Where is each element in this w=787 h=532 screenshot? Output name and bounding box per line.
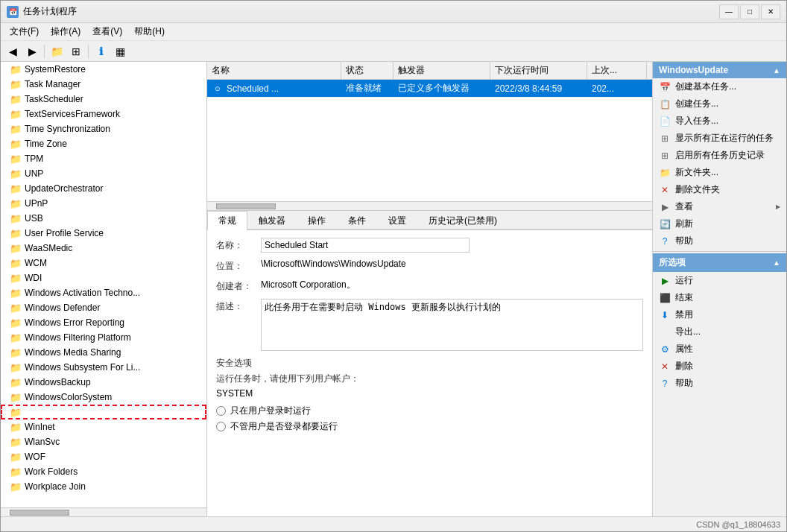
tree-item-waasmedic[interactable]: 📁WaaSMedic [1, 241, 206, 256]
tree-item-windowsbackup[interactable]: 📁WindowsBackup [1, 375, 206, 390]
radio-always[interactable] [216, 422, 226, 431]
tree-item-windowsdefender[interactable]: 📁Windows Defender [1, 300, 206, 315]
view2-button[interactable]: ▦ [111, 43, 129, 60]
minimize-button[interactable]: — [719, 4, 739, 19]
action-icon: 📄 [659, 115, 671, 127]
collapse-icon-2[interactable]: ▲ [773, 259, 780, 267]
radio-group: 只在用户登录时运行 不管用户是否登录都要运行 [216, 405, 643, 433]
menu-file[interactable]: 文件(F) [4, 24, 45, 39]
menu-bar: 文件(F) 操作(A) 查看(V) 帮助(H) [1, 23, 786, 41]
scroll-thumb[interactable] [10, 510, 69, 516]
tree-item-label: UNP [25, 168, 43, 179]
sub-action-item-禁用[interactable]: ⬇禁用 [653, 306, 786, 323]
back-button[interactable]: ◀ [4, 43, 22, 60]
center-panel: 名称 状态 触发器 下次运行时间 上次... ⊙ Scheduled ... 准… [207, 62, 652, 516]
folder-button[interactable]: 📁 [48, 43, 66, 60]
action-item-创建基本任务...[interactable]: 📅创建基本任务... [653, 78, 786, 95]
action-item-帮助[interactable]: ?帮助 [653, 232, 786, 250]
action-label: 刷新 [675, 218, 780, 230]
radio-always-label: 不管用户是否登录都要运行 [230, 420, 338, 433]
tree-item-timesynchronization[interactable]: 📁Time Synchronization [1, 121, 206, 136]
action-item-查看[interactable]: ▶查看▶ [653, 198, 786, 215]
tree-item-label: TaskScheduler [25, 94, 83, 104]
folder-icon: 📁 [10, 317, 22, 329]
horizontal-scrollbar[interactable] [1, 507, 206, 516]
task-list-hscroll[interactable] [207, 201, 652, 210]
action-item-刷新[interactable]: 🔄刷新 [653, 215, 786, 232]
table-row[interactable]: ⊙ Scheduled ... 准备就绪 已定义多个触发器 2022/3/8 8… [207, 80, 652, 98]
tree-item-wininet[interactable]: 📁WinInet [1, 419, 206, 434]
menu-help[interactable]: 帮助(H) [128, 24, 171, 39]
col-status[interactable]: 状态 [341, 62, 394, 79]
col-name[interactable]: 名称 [207, 62, 341, 79]
tree-item-timezone[interactable]: 📁Time Zone [1, 136, 206, 151]
sub-action-item-导出...[interactable]: 导出... [653, 323, 786, 341]
col-next-run[interactable]: 下次运行时间 [490, 62, 587, 79]
action-item-导入任务...[interactable]: 📄导入任务... [653, 113, 786, 130]
tree-item-wcm[interactable]: 📁WCM [1, 256, 206, 270]
name-input[interactable] [261, 238, 470, 253]
close-button[interactable]: ✕ [761, 4, 780, 19]
action-item-删除文件夹[interactable]: ✕删除文件夹 [653, 181, 786, 198]
sub-action-item-删除[interactable]: ✕删除 [653, 358, 786, 375]
col-trigger[interactable]: 触发器 [394, 62, 490, 79]
tab-general[interactable]: 常规 [207, 211, 247, 230]
action-item-显示所有正在运行的任务[interactable]: ⊞显示所有正在运行的任务 [653, 130, 786, 147]
tree-item-wdi[interactable]: 📁WDI [1, 270, 206, 285]
tree-item-unp[interactable]: 📁UNP [1, 166, 206, 181]
tree-item-windowscolorsystem[interactable]: 📁WindowsColorSystem [1, 390, 206, 405]
tab-settings[interactable]: 设置 [377, 211, 417, 230]
tree-item-windowssubsystemforli...[interactable]: 📁Windows Subsystem For Li... [1, 360, 206, 375]
tree-item-textservicesframework[interactable]: 📁TextServicesFramework [1, 107, 206, 121]
sub-action-item-帮助[interactable]: ?帮助 [653, 375, 786, 392]
location-value: \Microsoft\Windows\WindowsUpdate [261, 259, 643, 269]
collapse-icon[interactable]: ▲ [773, 66, 780, 75]
sub-action-label: 禁用 [675, 308, 780, 321]
tree-item-windowsactivationtechno...[interactable]: 📁Windows Activation Techno... [1, 285, 206, 300]
tree-item-taskscheduler[interactable]: 📁TaskScheduler [1, 92, 206, 107]
tree-item-windowsfilteringplatform[interactable]: 📁Windows Filtering Platform [1, 330, 206, 345]
task-list-scroll-thumb[interactable] [216, 203, 276, 209]
col-last-run[interactable]: 上次... [587, 62, 647, 79]
tree-item-tpm[interactable]: 📁TPM [1, 151, 206, 166]
tree-item-systemrestore[interactable]: 📁SystemRestore [1, 62, 206, 77]
task-name: ⊙ Scheduled ... [207, 82, 341, 95]
action-item-新文件夹...[interactable]: 📁新文件夹... [653, 164, 786, 181]
tree-item-upnp[interactable]: 📁UPnP [1, 196, 206, 211]
action-item-启用所有任务历史记录[interactable]: ⊞启用所有任务历史记录 [653, 147, 786, 164]
folder-icon: 📁 [10, 452, 22, 463]
tree-item-windowserrorreporting[interactable]: 📁Windows Error Reporting [1, 315, 206, 330]
forward-button[interactable]: ▶ [23, 43, 41, 60]
tree-item-userprofileservice[interactable]: 📁User Profile Service [1, 226, 206, 241]
tab-conditions[interactable]: 条件 [337, 211, 377, 230]
menu-view[interactable]: 查看(V) [86, 24, 128, 39]
tree-item-workplacejoin[interactable]: 📁Workplace Join [1, 479, 206, 494]
sub-action-label: 删除 [675, 360, 780, 373]
tree-item-windowsmediasharing[interactable]: 📁Windows Media Sharing [1, 345, 206, 360]
view1-button[interactable]: ⊞ [67, 43, 85, 60]
tab-triggers[interactable]: 触发器 [247, 211, 297, 230]
radio-item-1[interactable]: 只在用户登录时运行 [216, 405, 643, 417]
tree-item-wlansvc[interactable]: 📁WlanSvc [1, 434, 206, 449]
sub-action-item-属性[interactable]: ⚙属性 [653, 341, 786, 358]
maximize-button[interactable]: □ [740, 4, 759, 19]
tree-item-taskmanager[interactable]: 📁Task Manager [1, 77, 206, 92]
sub-action-item-运行[interactable]: ▶运行 [653, 272, 786, 289]
info-button[interactable]: ℹ [92, 43, 110, 60]
tab-actions[interactable]: 操作 [297, 211, 337, 230]
menu-action[interactable]: 操作(A) [45, 24, 86, 39]
sub-actions-list: ▶运行⬛结束⬇禁用导出...⚙属性✕删除?帮助 [653, 272, 786, 392]
radio-item-2[interactable]: 不管用户是否登录都要运行 [216, 420, 643, 433]
tree-item-updateorchestrator[interactable]: 📁UpdateOrchestrator [1, 181, 206, 196]
desc-input[interactable]: 此任务用于在需要时启动 Windows 更新服务以执行计划的 [261, 299, 643, 351]
radio-user-only[interactable] [216, 406, 226, 416]
right-panel: WindowsUpdate ▲ 📅创建基本任务...📋创建任务...📄导入任务.… [652, 62, 786, 516]
action-item-创建任务...[interactable]: 📋创建任务... [653, 95, 786, 113]
tree-item-windowsupdate[interactable]: 📁WindowsUpdate [1, 405, 206, 419]
tree-item-usb[interactable]: 📁USB [1, 211, 206, 226]
sub-action-label: 运行 [675, 274, 780, 287]
tab-history[interactable]: 历史记录(已禁用) [417, 211, 508, 230]
tree-item-wof[interactable]: 📁WOF [1, 449, 206, 464]
sub-action-item-结束[interactable]: ⬛结束 [653, 289, 786, 306]
tree-item-workfolders[interactable]: 📁Work Folders [1, 464, 206, 479]
